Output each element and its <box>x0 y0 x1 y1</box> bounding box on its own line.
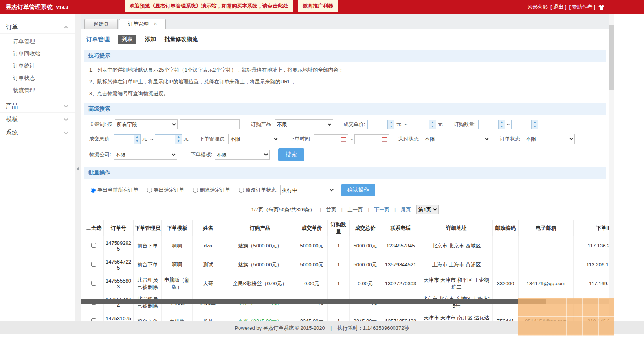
sidebar-item-order-status[interactable]: 订单状态 <box>0 72 75 84</box>
tilde-label: ~ <box>507 122 510 127</box>
last-page-link[interactable]: 尾页 <box>401 207 411 212</box>
cell-admin: 前台下单 <box>134 312 162 321</box>
total-price-min-stepper: ▲▼ <box>114 134 141 144</box>
nav-list[interactable]: 列表 <box>118 35 136 44</box>
cell-email: 134179@qq.com <box>519 274 574 293</box>
cell-product: 小米（2345.00元） <box>224 312 296 321</box>
batch-status-select[interactable]: 执行中 <box>280 185 335 195</box>
spin-down-icon[interactable]: ▼ <box>388 124 394 129</box>
spin-up-icon[interactable]: ▲ <box>499 120 505 125</box>
spin-down-icon[interactable]: ▼ <box>175 139 182 144</box>
horizontal-scrollbar-thumb[interactable] <box>81 299 546 304</box>
unit-price-min-input[interactable] <box>368 120 387 129</box>
logout-link[interactable]: [ 退出 ] <box>550 4 566 11</box>
sidebar-item-order-stats[interactable]: 订单统计 <box>0 60 75 72</box>
pay-status-label: 支付状态: <box>398 135 420 142</box>
spin-down-icon[interactable]: ▼ <box>499 124 505 129</box>
tab-order-management[interactable]: 订单管理 × <box>119 19 166 29</box>
qty-min-input[interactable] <box>479 120 498 129</box>
sidebar-collapse-handle[interactable] <box>75 163 80 175</box>
vertical-scrollbar[interactable] <box>609 14 614 321</box>
qty-max-input[interactable] <box>512 120 531 129</box>
radio-export-all[interactable]: 导出当前所有订单 <box>91 187 138 194</box>
main-area: 起始页 订单管理 × 订单管理 列表 添加 批量修改物流 技巧提示 1、列表中的… <box>81 14 609 321</box>
radio-export-selected[interactable]: 导出选定订单 <box>147 187 184 194</box>
keyword-input[interactable] <box>180 119 240 129</box>
table-header-row: 全选 订单号 下单管理员 下单模板 姓名 订购产品 成交单价 订购数量 成交总价… <box>84 220 609 236</box>
vertical-scrollbar-thumb[interactable] <box>609 25 614 90</box>
yuan-label: 元 <box>183 135 189 142</box>
column-qty: 订购数量 <box>328 220 350 236</box>
chevron-up-icon <box>64 26 68 30</box>
calendar-icon[interactable] <box>341 137 346 142</box>
confirm-operation-button[interactable]: 确认操作 <box>341 184 375 196</box>
prev-page-link[interactable]: 上一页 <box>348 207 363 212</box>
search-button[interactable]: 搜索 <box>278 148 304 161</box>
logistics-select[interactable]: 不限 <box>114 150 177 160</box>
cell-phone: 13579844521 <box>381 255 420 274</box>
sidebar-item-order-management[interactable]: 订单管理 <box>0 35 75 48</box>
page-title: 订单管理 <box>86 36 110 43</box>
order-template-select[interactable]: 不限 <box>215 150 270 160</box>
column-unit-price: 成交单价 <box>296 220 328 236</box>
row-checkbox[interactable] <box>91 318 96 321</box>
footer-brand-link[interactable]: 昱杰订单系统 <box>263 325 294 331</box>
total-price-max-stepper: ▲▼ <box>155 134 182 144</box>
spin-down-icon[interactable]: ▼ <box>134 139 140 144</box>
sidebar-section-templates[interactable]: 模板 <box>0 113 75 126</box>
radio-delete-selected[interactable]: 删除选定订单 <box>193 187 230 194</box>
purchase-notice-link[interactable]: 欢迎预览《昱杰订单管理系统》演示站，如需购买本系统，请点击此处 <box>125 0 293 12</box>
spin-down-icon[interactable]: ▼ <box>429 124 436 129</box>
page-select[interactable]: 第1页 <box>416 205 439 214</box>
cell-postcode <box>493 236 519 255</box>
tshirt-icon[interactable] <box>598 4 605 10</box>
calendar-icon[interactable] <box>382 137 387 142</box>
notice-bar: 欢迎预览《昱杰订单管理系统》演示站，如需购买本系统，请点击此处 微商推广利器 <box>125 0 338 12</box>
radio-delete-selected-input[interactable] <box>193 188 198 193</box>
order-time-start-field[interactable] <box>314 134 348 144</box>
row-checkbox[interactable] <box>91 281 96 286</box>
spin-up-icon[interactable]: ▲ <box>429 120 436 125</box>
radio-modify-status[interactable]: 修改订单状态: <box>239 187 278 194</box>
total-price-min-input[interactable] <box>114 135 134 144</box>
unit-price-max-input[interactable] <box>409 120 429 129</box>
order-status-select[interactable]: 不限 <box>524 134 575 144</box>
sidebar-section-products[interactable]: 产品 <box>0 99 75 113</box>
first-page-link[interactable]: 首页 <box>326 207 336 212</box>
radio-export-all-input[interactable] <box>91 188 96 193</box>
close-tab-icon[interactable]: × <box>154 21 157 27</box>
next-page-link[interactable]: 下一页 <box>374 207 389 212</box>
order-template-label: 下单模板: <box>191 151 213 158</box>
cell-unit-price: 5000.00元 <box>296 236 328 255</box>
radio-export-selected-input[interactable] <box>147 188 152 193</box>
order-status-label: 订单状态: <box>500 135 522 142</box>
select-all-checkbox[interactable] <box>86 225 91 230</box>
pay-status-select[interactable]: 不限 <box>423 134 490 144</box>
keyword-field-select[interactable]: 所有字段 <box>115 119 178 129</box>
spin-down-icon[interactable]: ▼ <box>532 124 538 129</box>
nav-add[interactable]: 添加 <box>145 36 156 43</box>
spin-up-icon[interactable]: ▲ <box>388 120 394 125</box>
spin-up-icon[interactable]: ▲ <box>134 135 140 139</box>
row-checkbox[interactable] <box>91 243 96 248</box>
row-checkbox[interactable] <box>91 262 96 267</box>
total-price-max-input[interactable] <box>155 135 175 144</box>
sidebar-item-logistics-management[interactable]: 物流管理 <box>0 84 75 96</box>
product-select[interactable]: 不限 <box>275 119 333 129</box>
tab-home[interactable]: 起始页 <box>84 19 118 29</box>
sidebar-item-order-recycle[interactable]: 订单回收站 <box>0 48 75 60</box>
spin-up-icon[interactable]: ▲ <box>175 135 182 139</box>
sidebar-section-system[interactable]: 系统 <box>0 126 75 139</box>
spin-up-icon[interactable]: ▲ <box>532 120 538 125</box>
radio-modify-status-input[interactable] <box>239 188 244 193</box>
logistics-label: 物流公司: <box>89 151 111 158</box>
sidebar-orders-submenu: 订单管理 订单回收站 订单统计 订单状态 物流管理 <box>0 34 75 99</box>
nav-batch-logistics[interactable]: 批量修改物流 <box>165 36 198 43</box>
sponsor-link[interactable]: [ 赞助作者 ] <box>569 4 595 11</box>
cell-name: 大哥 <box>193 274 224 293</box>
promo-notice-link[interactable]: 微商推广利器 <box>298 0 338 12</box>
sidebar-section-orders[interactable]: 订单 <box>0 20 75 34</box>
table-row: 1475555803 此管理员已被删除 电脑版（新版） 大哥 全民K歌粉丝（0.… <box>84 274 609 293</box>
admin-select[interactable]: 不限 <box>228 134 279 144</box>
order-time-end-field[interactable] <box>354 134 389 144</box>
